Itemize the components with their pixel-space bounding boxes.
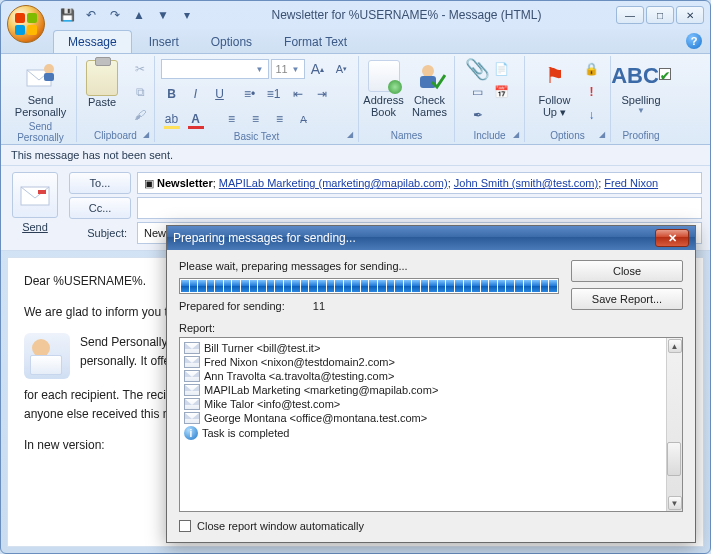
help-icon[interactable]: ? (686, 33, 702, 49)
spelling-button[interactable]: ABC✔ Spelling ▼ (619, 58, 663, 117)
group-proofing: ABC✔ Spelling ▼ Proofing (611, 56, 671, 142)
progress-bar (179, 278, 559, 294)
group-names: AddressBook CheckNames Names (359, 56, 455, 142)
dialog-launcher-icon[interactable]: ◢ (140, 128, 152, 140)
dialog-close-btn[interactable]: Close (571, 260, 683, 282)
scroll-up-icon[interactable]: ▲ (668, 339, 682, 353)
italic-button[interactable]: I (185, 83, 207, 105)
font-name-combo[interactable]: ▼ (161, 59, 269, 79)
report-label: Report: (179, 322, 683, 334)
close-button[interactable]: ✕ (676, 6, 704, 24)
dialog-title: Preparing messages for sending... (173, 231, 655, 245)
send-personally-button[interactable]: SendPersonally (17, 58, 65, 120)
highlight-button[interactable]: ab (161, 108, 183, 130)
tab-insert[interactable]: Insert (134, 30, 194, 53)
mail-icon (184, 356, 200, 368)
indent-button[interactable]: ⇥ (311, 83, 333, 105)
attach-file-button[interactable]: 📎 (467, 58, 489, 80)
bold-button[interactable]: B (161, 83, 183, 105)
svg-point-3 (422, 65, 434, 77)
tab-options[interactable]: Options (196, 30, 267, 53)
align-left-button[interactable]: ≡ (221, 108, 243, 130)
dialog-launcher-icon[interactable]: ◢ (596, 128, 608, 140)
report-list[interactable]: Bill Turner <bill@test.it>Fred Nixon <ni… (179, 337, 683, 512)
group-label: Options (531, 129, 604, 142)
dialog-titlebar[interactable]: Preparing messages for sending... ✕ (167, 226, 695, 250)
align-center-button[interactable]: ≡ (245, 108, 267, 130)
svg-rect-6 (38, 190, 46, 194)
clipboard-icon (86, 60, 118, 96)
font-color-button[interactable]: A (185, 108, 207, 130)
task-complete-text: Task is completed (202, 427, 289, 439)
attach-item-button[interactable]: 📄 (491, 58, 513, 80)
maximize-button[interactable]: □ (646, 6, 674, 24)
tab-format-text[interactable]: Format Text (269, 30, 362, 53)
outdent-button[interactable]: ⇤ (287, 83, 309, 105)
group-label: Clipboard (83, 129, 148, 142)
report-line: MAPILab Marketing <marketing@mapilab.com… (184, 383, 678, 397)
prepared-label: Prepared for sending: (179, 300, 285, 312)
send-button[interactable] (12, 172, 58, 218)
calendar-button[interactable]: 📅 (491, 81, 513, 103)
ribbon: SendPersonally Send Personally Paste ✂ ⧉… (1, 53, 710, 145)
scroll-thumb[interactable] (667, 442, 681, 476)
align-right-button[interactable]: ≡ (269, 108, 291, 130)
shrink-font-button[interactable]: A▾ (331, 58, 353, 80)
to-field[interactable]: ▣ Newsletter; MAPILab Marketing (marketi… (137, 172, 702, 194)
check-names-icon (414, 60, 446, 92)
group-label: Proofing (617, 129, 665, 142)
bullets-button[interactable]: ≡• (239, 83, 261, 105)
quick-access-toolbar: 💾 ↶ ↷ ▲ ▼ ▾ (57, 5, 197, 25)
cc-field[interactable] (137, 197, 702, 219)
qat-prev-icon[interactable]: ▲ (129, 5, 149, 25)
report-line-text: George Montana <office@montana.test.com> (204, 412, 427, 424)
dialog-launcher-icon[interactable]: ◢ (344, 128, 356, 140)
address-book-icon (368, 60, 400, 92)
numbering-button[interactable]: ≡1 (263, 83, 285, 105)
qat-undo-icon[interactable]: ↶ (81, 5, 101, 25)
cut-button[interactable]: ✂ (129, 58, 151, 80)
svg-rect-2 (44, 73, 54, 81)
report-line: Mike Talor <info@test.com> (184, 397, 678, 411)
high-importance-button[interactable]: ! (581, 81, 603, 103)
envelope-person-icon (25, 60, 57, 92)
paste-button[interactable]: Paste (80, 58, 124, 110)
qat-redo-icon[interactable]: ↷ (105, 5, 125, 25)
font-size-combo[interactable]: 11▼ (271, 59, 305, 79)
low-importance-button[interactable]: ↓ (581, 104, 603, 126)
cc-button[interactable]: Cc... (69, 197, 131, 219)
minimize-button[interactable]: — (616, 6, 644, 24)
permission-button[interactable]: 🔒 (581, 58, 603, 80)
outlook-compose-window: 💾 ↶ ↷ ▲ ▼ ▾ Newsletter for %USERNAME% - … (0, 0, 711, 554)
qat-save-icon[interactable]: 💾 (57, 5, 77, 25)
business-card-button[interactable]: ▭ (467, 81, 489, 103)
group-options: ⚑ FollowUp ▾ 🔒 ! ↓ Options ◢ (525, 56, 611, 142)
tab-message[interactable]: Message (53, 30, 132, 53)
report-line-text: Bill Turner <bill@test.it> (204, 342, 320, 354)
dialog-close-button[interactable]: ✕ (655, 229, 689, 247)
copy-button[interactable]: ⧉ (129, 81, 151, 103)
envelope-icon (20, 184, 50, 206)
report-line-text: Fred Nixon <nixon@testdomain2.com> (204, 356, 395, 368)
grow-font-button[interactable]: A▴ (307, 58, 329, 80)
underline-button[interactable]: U (209, 83, 231, 105)
group-label: Send Personally (11, 120, 70, 144)
check-names-button[interactable]: CheckNames (408, 58, 452, 120)
mail-icon (184, 384, 200, 396)
address-book-button[interactable]: AddressBook (362, 58, 406, 120)
auto-close-checkbox[interactable] (179, 520, 191, 532)
qat-customize-icon[interactable]: ▾ (177, 5, 197, 25)
to-button[interactable]: To... (69, 172, 131, 194)
signature-button[interactable]: ✒ (467, 104, 489, 126)
scroll-down-icon[interactable]: ▼ (668, 496, 682, 510)
report-line-text: Mike Talor <info@test.com> (204, 398, 340, 410)
spellcheck-icon: ABC✔ (625, 60, 657, 92)
dialog-launcher-icon[interactable]: ◢ (510, 128, 522, 140)
save-report-button[interactable]: Save Report... (571, 288, 683, 310)
format-painter-button[interactable]: 🖌 (129, 104, 151, 126)
scrollbar[interactable]: ▲ ▼ (666, 338, 682, 511)
clear-format-button[interactable]: A̶ (293, 108, 315, 130)
follow-up-button[interactable]: ⚑ FollowUp ▾ (533, 58, 577, 120)
office-button[interactable] (7, 5, 45, 43)
qat-next-icon[interactable]: ▼ (153, 5, 173, 25)
